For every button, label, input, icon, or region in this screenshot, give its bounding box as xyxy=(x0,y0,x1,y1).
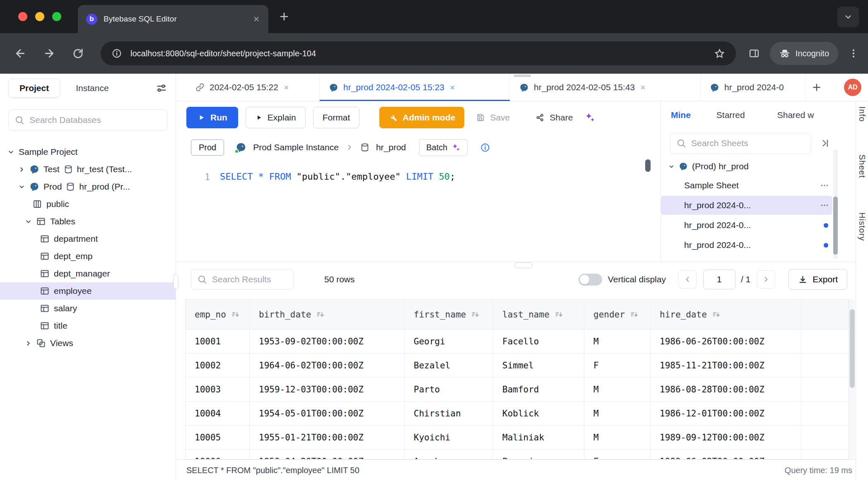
vertical-display-toggle[interactable] xyxy=(579,274,602,286)
collapse-panel-icon[interactable] xyxy=(820,138,830,149)
browser-tab[interactable]: b Bytebase SQL Editor xyxy=(78,5,268,33)
table-cell: M xyxy=(584,378,651,402)
tab-starred[interactable]: Starred xyxy=(716,110,745,120)
address-bar[interactable]: localhost:8080/sql-editor/sheet/project-… xyxy=(101,41,736,65)
side-panel-icon[interactable] xyxy=(748,48,760,59)
search-databases-input[interactable] xyxy=(29,115,161,125)
search-results-input[interactable] xyxy=(212,274,324,284)
column-header-birth-date[interactable]: birth_date xyxy=(250,300,405,329)
next-page-button[interactable] xyxy=(757,270,775,289)
reload-button[interactable] xyxy=(72,48,84,60)
tab-mine[interactable]: Mine xyxy=(671,110,691,120)
ai-sparkles-icon[interactable] xyxy=(584,112,596,123)
sheets-scrollbar-thumb[interactable] xyxy=(833,197,838,255)
tab-search-chevron-button[interactable] xyxy=(837,7,859,27)
share-icon xyxy=(535,113,545,122)
tab-sheet[interactable]: Sheet xyxy=(857,154,867,178)
sheet-item-selected[interactable]: hr_prod 2024-0... xyxy=(661,196,832,215)
admin-mode-button[interactable]: Admin mode xyxy=(379,107,464,128)
sort-icon[interactable] xyxy=(555,310,562,318)
column-header-emp-no[interactable]: emp_no xyxy=(186,300,250,329)
schema-label: public xyxy=(46,199,69,209)
format-button[interactable]: Format xyxy=(313,107,360,128)
page-number-input[interactable] xyxy=(703,269,735,289)
sheet-tab-2[interactable]: hr_prod 2024-02-05 15:23 xyxy=(320,74,510,101)
tab-project[interactable]: Project xyxy=(8,79,60,98)
zoom-window-button[interactable] xyxy=(52,12,61,21)
tree-item-views-group[interactable]: Views xyxy=(0,334,176,352)
close-sheet-icon[interactable] xyxy=(283,84,289,91)
browser-menu-icon[interactable] xyxy=(848,48,859,59)
tree-item-env-test[interactable]: Test hr_test (Test... xyxy=(0,161,176,178)
tree-item-table-department[interactable]: department xyxy=(0,230,176,248)
sheet-item[interactable]: hr_prod 2024-0... xyxy=(661,216,832,235)
sort-icon[interactable] xyxy=(471,310,479,318)
tab-instance[interactable]: Instance xyxy=(76,83,108,93)
tree-item-table-dept-emp[interactable]: dept_emp xyxy=(0,248,176,265)
site-info-icon[interactable] xyxy=(111,48,122,59)
sheet-tab-3[interactable]: hr_prod 2024-02-05 15:43 xyxy=(510,74,701,101)
sort-icon[interactable] xyxy=(712,310,720,318)
tree-item-table-employee[interactable]: employee xyxy=(0,282,176,300)
column-header-hire-date[interactable]: hire_date xyxy=(651,300,801,329)
close-tab-icon[interactable] xyxy=(253,15,260,23)
close-sheet-icon[interactable] xyxy=(449,84,456,91)
bookmark-star-icon[interactable] xyxy=(714,48,725,59)
share-button[interactable]: Share xyxy=(531,107,577,128)
back-button[interactable] xyxy=(14,47,27,60)
sheet-group-hr-prod[interactable]: (Prod) hr_prod xyxy=(661,158,856,175)
explain-button[interactable]: Explain xyxy=(246,107,306,128)
column-header-gender[interactable]: gender xyxy=(584,300,651,329)
column-header-last-name[interactable]: last_name xyxy=(493,300,584,329)
close-window-button[interactable] xyxy=(18,12,27,21)
sort-icon[interactable] xyxy=(630,310,638,318)
table-cell: Georgi xyxy=(405,329,493,354)
forward-button[interactable] xyxy=(43,47,55,60)
prev-page-button[interactable] xyxy=(678,270,697,289)
url-text[interactable]: localhost:8080/sql-editor/sheet/project-… xyxy=(130,49,706,58)
tree-item-env-prod[interactable]: Prod hr_prod (Pr... xyxy=(0,178,176,195)
tree-item-schema-public[interactable]: public xyxy=(0,195,176,213)
tab-info[interactable]: Info xyxy=(857,106,867,122)
sheet-item[interactable]: hr_prod 2024-0... xyxy=(661,236,832,255)
sql-editor[interactable]: 1 SELECT*FROM"public"."employee"LIMIT50; xyxy=(176,161,661,262)
panel-resize-handle[interactable] xyxy=(514,262,533,268)
more-options-icon[interactable] xyxy=(820,181,829,190)
results-scrollbar-thumb[interactable] xyxy=(850,309,855,388)
tree-item-tables-group[interactable]: Tables xyxy=(0,213,176,230)
sidebar-resize-handle[interactable] xyxy=(173,274,178,289)
search-sheets-input[interactable] xyxy=(691,138,805,148)
search-sheets-box xyxy=(670,133,811,154)
tab-shared[interactable]: Shared w xyxy=(777,110,814,120)
close-sheet-icon[interactable] xyxy=(640,84,646,91)
connection-info-icon[interactable] xyxy=(480,142,490,153)
sheet-tab-1[interactable]: 2024-02-05 15:22 xyxy=(186,74,320,101)
tree-item-table-dept-manager[interactable]: dept_manager xyxy=(0,265,176,282)
user-avatar[interactable]: AD xyxy=(844,79,861,96)
right-side-strip: Info Sheet History xyxy=(856,101,868,481)
results-pane: 50 rows Vertical display / 1 Export emp_… xyxy=(176,262,856,481)
more-options-icon[interactable] xyxy=(820,201,829,210)
tree-item-table-title[interactable]: title xyxy=(0,317,176,334)
sort-icon[interactable] xyxy=(316,310,324,318)
table-cell: F xyxy=(584,354,651,378)
tab-history[interactable]: History xyxy=(857,212,867,241)
editor-scrollbar[interactable] xyxy=(645,159,651,172)
minimize-window-button[interactable] xyxy=(35,12,44,21)
run-button[interactable]: Run xyxy=(186,107,238,128)
sheet-item[interactable]: Sample Sheet xyxy=(661,176,832,195)
export-button[interactable]: Export xyxy=(788,269,847,290)
environment-badge[interactable]: Prod xyxy=(191,139,224,156)
filter-settings-icon[interactable] xyxy=(156,82,167,94)
new-tab-button[interactable] xyxy=(278,11,290,22)
column-header-first-name[interactable]: first_name xyxy=(405,300,493,329)
sql-code-line[interactable]: SELECT*FROM"public"."employee"LIMIT50; xyxy=(210,161,455,262)
batch-button[interactable]: Batch xyxy=(419,139,468,156)
tree-item-table-salary[interactable]: salary xyxy=(0,300,176,317)
save-button[interactable]: Save xyxy=(472,107,514,128)
sort-icon[interactable] xyxy=(231,310,239,318)
sheet-tab-4[interactable]: hr_prod 2024-0 xyxy=(701,74,805,101)
tree-item-project[interactable]: Sample Project xyxy=(0,143,176,161)
new-sheet-button[interactable] xyxy=(811,82,822,93)
chevron-down-icon xyxy=(668,164,675,170)
